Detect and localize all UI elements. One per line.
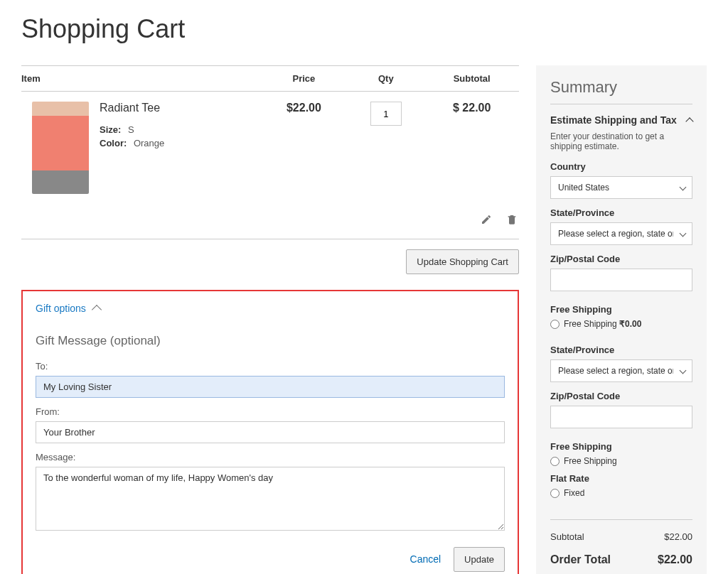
chevron-up-icon [685, 117, 693, 125]
col-price: Price [261, 66, 348, 92]
col-subtotal: Subtotal [424, 66, 519, 92]
page-title: Shopping Cart [21, 14, 707, 44]
cart-item-row: Radiant Tee Size: S Color: Orange $22.00 [21, 92, 519, 205]
gift-to-label: To: [36, 361, 505, 372]
gift-message-heading: Gift Message (optional) [36, 334, 505, 348]
subtotal-label: Subtotal [550, 531, 584, 542]
zip-input[interactable] [550, 269, 692, 291]
state-select[interactable]: Please select a region, state or provinc… [550, 222, 692, 245]
free-shipping-title-2: Free Shipping [550, 441, 692, 452]
state-label-2: State/Province [550, 345, 692, 355]
attr-size-value: S [128, 124, 134, 135]
gift-from-input[interactable] [36, 421, 505, 443]
state-select-2[interactable]: Please select a region, state or provinc… [550, 359, 692, 382]
product-image[interactable] [21, 92, 100, 205]
order-total-value: $22.00 [658, 553, 692, 566]
flat-rate-radio[interactable] [550, 489, 560, 498]
gift-options-panel: Gift options Gift Message (optional) To:… [21, 290, 519, 574]
summary-panel: Summary Estimate Shipping and Tax Enter … [536, 65, 707, 574]
gift-options-toggle[interactable]: Gift options [36, 303, 505, 314]
free-shipping-radio-2[interactable] [550, 457, 560, 466]
cancel-link[interactable]: Cancel [410, 553, 441, 565]
free-shipping-radio[interactable] [550, 320, 560, 329]
free-shipping-title: Free Shipping [550, 304, 692, 315]
attr-color-label: Color: [100, 138, 127, 148]
update-cart-button[interactable]: Update Shopping Cart [406, 249, 519, 274]
item-subtotal: $ 22.00 [424, 92, 519, 205]
zip-input-2[interactable] [550, 406, 692, 428]
free-shipping-option: Free Shipping ₹0.00 [564, 319, 641, 329]
qty-input[interactable] [370, 102, 402, 126]
flat-rate-option: Fixed [564, 488, 584, 498]
estimate-shipping-toggle[interactable]: Estimate Shipping and Tax [550, 114, 692, 126]
free-shipping-option-2: Free Shipping [564, 456, 617, 466]
chevron-up-icon [92, 305, 102, 315]
col-qty: Qty [347, 66, 424, 92]
gift-to-input[interactable] [36, 376, 505, 398]
gift-options-label: Gift options [36, 303, 86, 314]
country-label: Country [550, 161, 692, 172]
country-select[interactable]: United States [550, 176, 692, 199]
gift-message-label: Message: [36, 452, 505, 462]
attr-color-value: Orange [134, 138, 164, 148]
gift-from-label: From: [36, 406, 505, 417]
update-button[interactable]: Update [454, 547, 505, 572]
state-label: State/Province [550, 207, 692, 218]
attr-size-label: Size: [100, 124, 121, 135]
flat-rate-title: Flat Rate [550, 473, 692, 484]
zip-label-2: Zip/Postal Code [550, 391, 692, 401]
totals: Subtotal $22.00 Order Total $22.00 [550, 519, 692, 569]
subtotal-value: $22.00 [664, 531, 692, 542]
estimate-desc: Enter your destination to get a shipping… [550, 131, 692, 151]
product-name[interactable]: Radiant Tee [100, 102, 261, 114]
cart-table: Item Price Qty Subtotal Radiant Tee Size… [21, 65, 519, 239]
gift-message-textarea[interactable] [36, 467, 505, 531]
estimate-title: Estimate Shipping and Tax [550, 114, 677, 126]
edit-icon[interactable] [481, 214, 493, 227]
item-price: $22.00 [261, 92, 348, 205]
order-total-label: Order Total [550, 553, 611, 566]
trash-icon[interactable] [506, 214, 519, 227]
zip-label: Zip/Postal Code [550, 254, 692, 264]
summary-title: Summary [550, 78, 692, 104]
col-item: Item [21, 66, 261, 92]
